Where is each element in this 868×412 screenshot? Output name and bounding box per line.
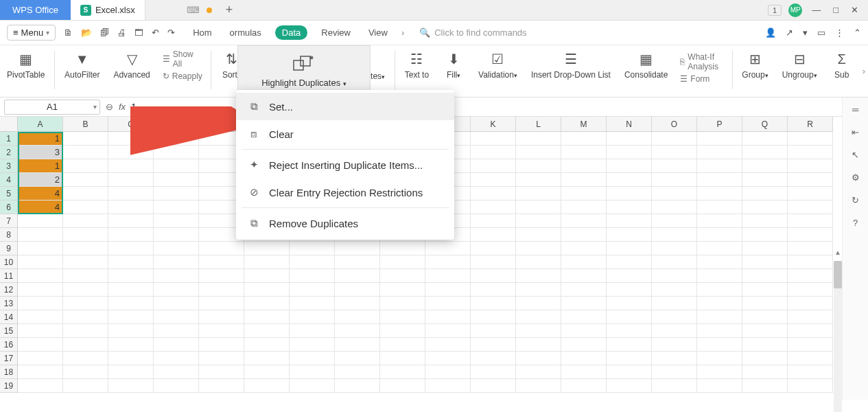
cell-J18[interactable] bbox=[425, 365, 471, 379]
cell-P19[interactable] bbox=[697, 379, 742, 393]
cell-Q4[interactable] bbox=[742, 173, 788, 187]
settings-slider-icon[interactable]: ⚙ bbox=[852, 172, 860, 183]
cell-O11[interactable] bbox=[652, 269, 697, 283]
minimize-button[interactable]: — bbox=[809, 2, 823, 18]
cell-I10[interactable] bbox=[380, 255, 425, 269]
cell-B8[interactable] bbox=[63, 228, 108, 242]
cell-A14[interactable] bbox=[18, 310, 63, 324]
cell-N10[interactable] bbox=[607, 255, 652, 269]
cell-L13[interactable] bbox=[516, 297, 561, 310]
cell-J13[interactable] bbox=[425, 297, 471, 310]
cell-B1[interactable] bbox=[63, 132, 108, 146]
cell-L15[interactable] bbox=[516, 324, 561, 338]
group-button[interactable]: ⊞ Group▾ bbox=[735, 45, 775, 80]
cell-N1[interactable] bbox=[607, 132, 652, 146]
cell-N3[interactable] bbox=[607, 159, 652, 173]
cell-P1[interactable] bbox=[697, 132, 742, 146]
cell-A19[interactable] bbox=[18, 379, 63, 393]
row-header-4[interactable]: 4 bbox=[0, 173, 18, 187]
upload-icon[interactable]: ↗ bbox=[786, 27, 793, 38]
cell-O3[interactable] bbox=[652, 159, 697, 173]
cell-P17[interactable] bbox=[697, 352, 742, 365]
cell-G10[interactable] bbox=[290, 255, 335, 269]
cell-L3[interactable] bbox=[516, 159, 561, 173]
drag-handle-icon[interactable]: ═ bbox=[852, 104, 858, 115]
cell-K18[interactable] bbox=[471, 365, 516, 379]
row-header-11[interactable]: 11 bbox=[0, 269, 18, 283]
cell-A10[interactable] bbox=[18, 255, 63, 269]
cell-H10[interactable] bbox=[335, 255, 380, 269]
cell-P16[interactable] bbox=[697, 338, 742, 352]
cell-B3[interactable] bbox=[63, 159, 108, 173]
cell-O13[interactable] bbox=[652, 297, 697, 310]
cell-M10[interactable] bbox=[561, 255, 607, 269]
cell-K9[interactable] bbox=[471, 242, 516, 255]
cell-R12[interactable] bbox=[788, 283, 833, 297]
pivottable-button[interactable]: ▦ PivotTable bbox=[0, 45, 51, 80]
cell-C16[interactable] bbox=[108, 338, 154, 352]
cell-N4[interactable] bbox=[607, 173, 652, 187]
cell-B6[interactable] bbox=[63, 201, 108, 214]
cell-O7[interactable] bbox=[652, 214, 697, 228]
cell-F16[interactable] bbox=[244, 338, 290, 352]
cell-O19[interactable] bbox=[652, 379, 697, 393]
tab-home[interactable]: Hom bbox=[189, 25, 215, 41]
history-icon[interactable]: ↻ bbox=[852, 195, 859, 205]
redo-icon[interactable]: ↷ bbox=[167, 27, 175, 38]
cell-A17[interactable] bbox=[18, 352, 63, 365]
cell-Q6[interactable] bbox=[742, 201, 788, 214]
cell-Q12[interactable] bbox=[742, 283, 788, 297]
cell-I13[interactable] bbox=[380, 297, 425, 310]
cell-M9[interactable] bbox=[561, 242, 607, 255]
cell-C18[interactable] bbox=[108, 365, 154, 379]
ungroup-button[interactable]: ⊟ Ungroup▾ bbox=[775, 45, 824, 80]
cell-R14[interactable] bbox=[788, 310, 833, 324]
cell-M18[interactable] bbox=[561, 365, 607, 379]
cell-P6[interactable] bbox=[697, 201, 742, 214]
cell-L10[interactable] bbox=[516, 255, 561, 269]
cell-E14[interactable] bbox=[199, 310, 244, 324]
cell-K15[interactable] bbox=[471, 324, 516, 338]
cell-A13[interactable] bbox=[18, 297, 63, 310]
cell-H13[interactable] bbox=[335, 297, 380, 310]
cell-D12[interactable] bbox=[154, 283, 199, 297]
cell-Q16[interactable] bbox=[742, 338, 788, 352]
cell-D19[interactable] bbox=[154, 379, 199, 393]
cell-M8[interactable] bbox=[561, 228, 607, 242]
cell-R18[interactable] bbox=[788, 365, 833, 379]
cell-R11[interactable] bbox=[788, 269, 833, 283]
cell-D10[interactable] bbox=[154, 255, 199, 269]
panel-expand-icon[interactable]: ⇤ bbox=[852, 127, 859, 137]
cell-Q17[interactable] bbox=[742, 352, 788, 365]
cell-O14[interactable] bbox=[652, 310, 697, 324]
cell-B7[interactable] bbox=[63, 214, 108, 228]
cell-M16[interactable] bbox=[561, 338, 607, 352]
cell-P7[interactable] bbox=[697, 214, 742, 228]
cell-H19[interactable] bbox=[335, 379, 380, 393]
cell-P2[interactable] bbox=[697, 146, 742, 159]
cell-D5[interactable] bbox=[154, 187, 199, 201]
cell-D17[interactable] bbox=[154, 352, 199, 365]
cell-D6[interactable] bbox=[154, 201, 199, 214]
name-box[interactable]: A1 ▾ bbox=[4, 100, 100, 115]
window-icon[interactable]: ▭ bbox=[817, 27, 825, 38]
cell-A11[interactable] bbox=[18, 269, 63, 283]
row-header-6[interactable]: 6 bbox=[0, 201, 18, 214]
cell-K3[interactable] bbox=[471, 159, 516, 173]
more-icon[interactable]: ⋮ bbox=[835, 27, 844, 38]
cell-A12[interactable] bbox=[18, 283, 63, 297]
cell-B4[interactable] bbox=[63, 173, 108, 187]
share-icon[interactable]: 👤 bbox=[765, 27, 776, 38]
cell-H17[interactable] bbox=[335, 352, 380, 365]
cell-C2[interactable] bbox=[108, 146, 154, 159]
cell-R3[interactable] bbox=[788, 159, 833, 173]
collapse-ribbon-icon[interactable]: ⌃ bbox=[854, 27, 861, 38]
cell-K1[interactable] bbox=[471, 132, 516, 146]
cell-B16[interactable] bbox=[63, 338, 108, 352]
cell-G11[interactable] bbox=[290, 269, 335, 283]
cell-M5[interactable] bbox=[561, 187, 607, 201]
cell-R8[interactable] bbox=[788, 228, 833, 242]
column-header-O[interactable]: O bbox=[652, 117, 697, 132]
print-icon[interactable]: 🖨 bbox=[117, 27, 126, 38]
advanced-filter-button[interactable]: ▽ Advanced bbox=[106, 45, 156, 80]
